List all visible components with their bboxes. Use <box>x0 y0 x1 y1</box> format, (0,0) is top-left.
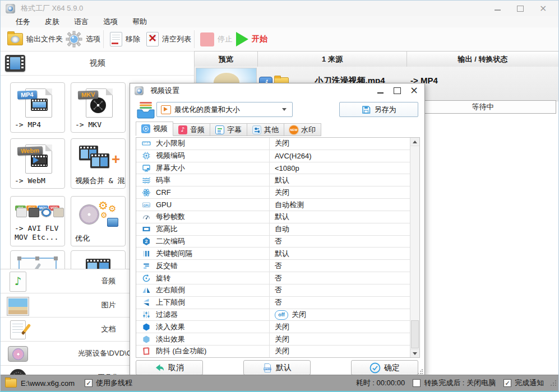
window-title: 格式工厂 X64 5.9.0 <box>21 3 83 13</box>
tab-video-label: 视频 <box>153 124 168 134</box>
app-icon <box>6 4 15 13</box>
setting-row-rotate[interactable]: 旋转 否 <box>136 272 410 284</box>
menu-help[interactable]: 帮助 <box>125 17 154 27</box>
dialog-maximize-icon[interactable] <box>394 87 400 94</box>
setting-row-size-limit[interactable]: 大小限制 关闭 <box>136 138 410 150</box>
scroll-up-icon[interactable] <box>410 138 419 146</box>
ruler-icon <box>141 139 151 148</box>
menu-options[interactable]: 选项 <box>96 17 125 27</box>
stabilize-icon <box>141 347 151 356</box>
dialog-close-icon[interactable]: × <box>410 87 417 94</box>
multithread-label: 使用多线程 <box>96 378 132 388</box>
setting-row-crf[interactable]: CRF 关闭 <box>136 186 410 199</box>
ok-button[interactable]: 确定 <box>351 360 418 375</box>
setting-value: <1080p <box>270 164 410 172</box>
shutdown-after-checkbox[interactable] <box>413 379 421 387</box>
card-optimize[interactable]: ⚙ ⚙ ⚙ 优化 <box>71 196 126 246</box>
setting-row-video-codec[interactable]: 视频编码 AVC(H264) <box>136 150 410 162</box>
stop-icon <box>200 32 214 46</box>
setting-row-two-pass[interactable]: 2二次编码 否 <box>136 236 410 248</box>
video-section-header[interactable]: 视频 <box>1 52 194 76</box>
elapsed-time: 耗时 : 00:00:00 <box>356 378 405 388</box>
gear-icon <box>66 31 82 48</box>
gpu-icon: GPU <box>141 200 151 209</box>
tab-watermark-label: 水印 <box>301 125 316 135</box>
output-folder-icon <box>7 33 23 45</box>
webm-badge: Webm <box>17 146 43 156</box>
tab-watermark[interactable]: NEW 水印 <box>284 123 321 136</box>
tab-subtitle[interactable]: 字幕 <box>210 123 247 136</box>
start-icon <box>236 32 248 46</box>
card-to-avi-flv-mov[interactable]: AVIFLVMOVVOB -> AVI FLV MOV Etc... <box>10 196 65 246</box>
setting-row-flip-vertical[interactable]: 上下颠倒 否 <box>136 297 410 309</box>
column-source: 1 来源 <box>258 52 407 67</box>
cancel-button[interactable]: 取消 <box>136 360 203 375</box>
tab-audio[interactable]: ♪ 音频 <box>173 123 210 136</box>
shutdown-after-label: 转换完成后 : 关闭电脑 <box>424 378 496 388</box>
output-path[interactable]: E:\www.x6g.com <box>21 379 75 388</box>
setting-row-fps[interactable]: 每秒帧数 默认 <box>136 211 410 223</box>
queue-header: 预览 1 来源 输出 / 转换状态 <box>195 52 558 67</box>
video-settings-table: 大小限制 关闭 视频编码 AVC(H264) 屏幕大小 <1080p 码率 默认… <box>136 137 420 358</box>
svg-text:DEFAULT: DEFAULT <box>264 368 271 370</box>
dialog-resize-grip[interactable] <box>417 369 423 375</box>
setting-row-gpu[interactable]: GPUGPU 自动检测 <box>136 199 410 211</box>
chevron-down-icon <box>282 108 287 111</box>
disc-drive-icon <box>7 343 29 363</box>
start-button[interactable]: 开始 <box>236 27 267 51</box>
tab-video[interactable]: 视频 <box>136 122 173 136</box>
setting-value: 否 <box>270 285 410 295</box>
setting-row-keyframe-interval[interactable]: 关键帧间隔 默认 <box>136 248 410 260</box>
settings-scrollbar[interactable] <box>410 138 419 357</box>
settings-tabs: 视频 ♪ 音频 字幕 其他 NEW 水印 <box>136 123 321 136</box>
remove-button[interactable]: 移除 <box>110 27 140 51</box>
setting-row-fade-out[interactable]: 淡出效果 关闭 <box>136 333 410 346</box>
card-to-mp4[interactable]: MP4 -> MP4 <box>10 82 65 133</box>
check-circle-icon <box>369 362 381 374</box>
scrollbar-thumb[interactable] <box>411 320 419 348</box>
photo-icon <box>107 218 118 227</box>
menu-skin[interactable]: 皮肤 <box>38 17 67 27</box>
setting-row-stabilize[interactable]: 防抖 (白金功能) 关闭 <box>136 346 410 357</box>
setting-value: 默认 <box>270 175 410 185</box>
toolbar-separator <box>103 30 104 48</box>
notify-checkbox[interactable]: ✓ <box>503 379 511 387</box>
card-to-mkv[interactable]: MKV -> MKV <box>71 82 126 133</box>
app-window: 格式工厂 X64 5.9.0 × 任务 皮肤 语言 选项 帮助 输出文件夹 选项… <box>0 0 559 392</box>
minimize-icon[interactable] <box>495 5 501 12</box>
tab-other[interactable]: 其他 <box>247 123 284 136</box>
scroll-down-icon[interactable] <box>410 349 419 357</box>
stop-button[interactable]: 停止 <box>200 27 232 51</box>
default-button[interactable]: DEFAULT 默认 <box>243 360 311 375</box>
output-path-folder-icon[interactable] <box>5 379 17 388</box>
card-video-merge[interactable]: + 视频合并 & 混流 <box>71 138 126 189</box>
preset-dropdown[interactable]: 最优化的质量和大小 <box>156 102 293 117</box>
dialog-title: 视频设置 <box>150 86 179 96</box>
disc-icon <box>90 97 106 113</box>
setting-value: 否 <box>270 297 410 307</box>
setting-row-screen-size[interactable]: 屏幕大小 <1080p <box>136 162 410 175</box>
maximize-icon[interactable] <box>517 5 524 12</box>
window-resize-grip[interactable] <box>549 380 556 386</box>
setting-row-bitrate[interactable]: 码率 默认 <box>136 174 410 186</box>
setting-row-fade-in[interactable]: 淡入效果 关闭 <box>136 321 410 333</box>
dialog-minimize-icon[interactable] <box>377 87 384 94</box>
menubar: 任务 皮肤 语言 选项 帮助 <box>1 16 558 27</box>
setting-row-aspect-ratio[interactable]: 宽高比 自动 <box>136 223 410 236</box>
setting-value: 关闭 <box>270 346 410 356</box>
setting-row-filter[interactable]: 过滤器 off关闭 <box>136 309 410 321</box>
setting-row-flip-horizontal[interactable]: 左右颠倒 否 <box>136 284 410 297</box>
clear-list-label: 清空列表 <box>162 34 191 44</box>
floppy-icon <box>362 105 371 114</box>
setting-row-deinterlace[interactable]: 反交错 否 <box>136 260 410 272</box>
clear-list-button[interactable]: 清空列表 <box>146 27 191 51</box>
setting-value: 自动检测 <box>270 200 410 210</box>
card-to-webm[interactable]: Webm -> WebM <box>10 138 65 189</box>
save-as-button[interactable]: 另存为 <box>339 102 418 117</box>
menu-language[interactable]: 语言 <box>67 17 96 27</box>
options-button[interactable]: 选项 <box>66 27 100 51</box>
menu-task[interactable]: 任务 <box>8 17 38 27</box>
multithread-checkbox[interactable]: ✓ <box>85 379 93 387</box>
output-folder-button[interactable]: 输出文件夹 <box>7 27 63 51</box>
close-icon[interactable]: × <box>539 5 546 12</box>
